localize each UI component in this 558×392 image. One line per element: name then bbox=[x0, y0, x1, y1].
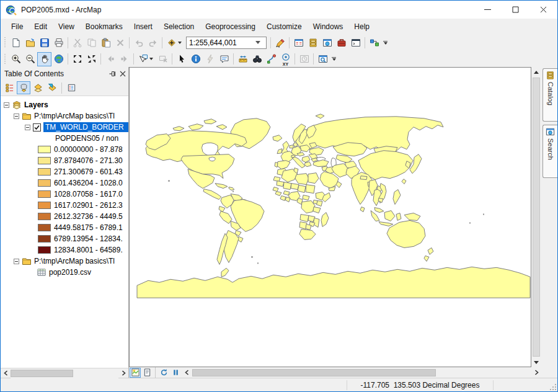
zoom-in-tool[interactable] bbox=[9, 52, 23, 66]
print-button[interactable] bbox=[51, 35, 66, 50]
map-vertical-scrollbar[interactable] bbox=[531, 67, 541, 367]
map-canvas[interactable] bbox=[129, 67, 531, 367]
tab-catalog[interactable]: Catalog bbox=[542, 68, 557, 122]
legend-swatch[interactable] bbox=[38, 168, 51, 176]
maximize-button[interactable] bbox=[502, 1, 529, 19]
new-document-button[interactable] bbox=[9, 35, 23, 50]
minimize-button[interactable] bbox=[474, 1, 502, 19]
menu-file[interactable]: File bbox=[6, 20, 29, 33]
list-by-drawing-order-button[interactable] bbox=[2, 81, 16, 94]
collapse-icon[interactable] bbox=[25, 125, 30, 130]
list-by-source-button[interactable] bbox=[17, 81, 30, 94]
map-scroll-right-button[interactable] bbox=[531, 368, 541, 378]
identify-tool[interactable] bbox=[188, 52, 203, 66]
menu-windows[interactable]: Windows bbox=[308, 20, 349, 33]
search-window-button[interactable] bbox=[320, 35, 334, 50]
tools-overflow-button[interactable] bbox=[330, 52, 338, 66]
menu-view[interactable]: View bbox=[53, 20, 80, 33]
fixed-zoom-in-tool[interactable] bbox=[70, 52, 84, 66]
menu-customize[interactable]: Customize bbox=[261, 20, 308, 33]
pan-tool[interactable] bbox=[37, 52, 51, 66]
scroll-right-button[interactable] bbox=[118, 368, 128, 378]
python-window-button[interactable] bbox=[348, 35, 363, 50]
menu-insert[interactable]: Insert bbox=[128, 20, 158, 33]
modelbuilder-button[interactable] bbox=[367, 35, 381, 50]
menu-bookmarks[interactable]: Bookmarks bbox=[80, 20, 128, 33]
table-of-contents-window-button[interactable] bbox=[291, 35, 306, 50]
legend-swatch[interactable] bbox=[38, 146, 51, 153]
close-button[interactable] bbox=[529, 1, 557, 19]
legend-swatch[interactable] bbox=[38, 224, 51, 231]
catalog-icon bbox=[308, 38, 318, 48]
toc-close-icon[interactable] bbox=[120, 71, 126, 77]
save-button[interactable] bbox=[37, 35, 51, 50]
pause-drawing-button[interactable] bbox=[170, 368, 181, 378]
viewer-window-tool[interactable] bbox=[316, 52, 330, 66]
pin-icon[interactable] bbox=[108, 70, 116, 78]
clear-selection-icon bbox=[158, 54, 168, 64]
back-arrow-icon bbox=[105, 54, 115, 64]
map-horizontal-scrollbar[interactable] bbox=[192, 368, 531, 378]
tree-item-group2[interactable]: P:\tmp\ArcMap basics\Tl bbox=[1, 256, 128, 267]
toolbar-grip-2[interactable] bbox=[4, 54, 7, 65]
full-extent-tool[interactable] bbox=[51, 52, 66, 66]
legend-swatch[interactable] bbox=[38, 213, 51, 220]
tab-search[interactable]: Search bbox=[542, 125, 557, 178]
arctoolbox-button[interactable] bbox=[334, 35, 348, 50]
select-features-tool[interactable] bbox=[136, 52, 156, 66]
scroll-down-button[interactable] bbox=[531, 357, 541, 367]
add-data-button[interactable] bbox=[164, 35, 184, 50]
find-route-tool[interactable] bbox=[264, 52, 278, 66]
select-elements-tool[interactable] bbox=[174, 52, 188, 66]
menu-edit[interactable]: Edit bbox=[29, 20, 53, 33]
editor-toolbar-button[interactable] bbox=[273, 35, 287, 50]
menu-geoprocessing[interactable]: Geoprocessing bbox=[200, 20, 261, 33]
scroll-left-button[interactable] bbox=[1, 368, 11, 378]
legend-swatch[interactable] bbox=[38, 157, 51, 164]
legend-swatch[interactable] bbox=[38, 246, 51, 254]
toolbar-overflow-button[interactable] bbox=[381, 36, 389, 50]
legend-swatch[interactable] bbox=[38, 179, 51, 187]
toc-options-button[interactable] bbox=[64, 81, 78, 94]
collapse-icon[interactable] bbox=[14, 259, 19, 264]
legend-swatch[interactable] bbox=[38, 235, 51, 243]
country-portugal bbox=[275, 163, 278, 167]
scroll-up-button[interactable] bbox=[531, 67, 541, 77]
legend-swatch[interactable] bbox=[38, 190, 51, 198]
scale-dropdown-button[interactable] bbox=[252, 37, 264, 48]
toolbar-grip[interactable] bbox=[4, 37, 7, 48]
zoom-out-tool[interactable] bbox=[23, 52, 37, 66]
list-by-selection-button[interactable] bbox=[45, 81, 59, 94]
collapse-icon[interactable] bbox=[4, 102, 9, 108]
chevron-up-icon bbox=[534, 71, 539, 74]
map-scroll-left-button[interactable] bbox=[182, 368, 192, 378]
paste-button[interactable] bbox=[99, 35, 113, 50]
tree-item-layer-tm-world[interactable]: TM_WORLD_BORDER bbox=[1, 122, 128, 133]
open-button[interactable] bbox=[23, 35, 37, 50]
layout-view-button[interactable] bbox=[141, 368, 153, 378]
data-view-button[interactable] bbox=[130, 368, 141, 378]
toc-horizontal-scrollbar[interactable] bbox=[1, 368, 128, 378]
legend-swatch[interactable] bbox=[38, 202, 51, 209]
resize-grip[interactable] bbox=[549, 383, 557, 391]
tree-item-group1[interactable]: P:\tmp\ArcMap basics\Tl bbox=[1, 110, 128, 122]
measure-tool[interactable] bbox=[236, 52, 250, 66]
catalog-window-button[interactable] bbox=[306, 35, 320, 50]
menu-selection[interactable]: Selection bbox=[158, 20, 200, 33]
fixed-zoom-out-tool[interactable] bbox=[84, 52, 99, 66]
find-tool[interactable] bbox=[250, 52, 264, 66]
tree-item-layers[interactable]: Layers bbox=[1, 99, 128, 110]
go-to-xy-tool[interactable]: XY bbox=[278, 52, 293, 66]
collapse-icon[interactable] bbox=[14, 114, 19, 119]
tree-item-field[interactable]: POPDENS05 / non bbox=[1, 133, 128, 144]
layer-visibility-checkbox[interactable] bbox=[33, 123, 41, 131]
html-popup-tool[interactable] bbox=[217, 52, 231, 66]
catalog-icon bbox=[546, 71, 555, 80]
refresh-view-button[interactable] bbox=[158, 368, 169, 378]
crosshair-icon bbox=[281, 52, 291, 62]
tree-item-table-pop2019[interactable]: pop2019.csv bbox=[1, 267, 128, 278]
menu-help[interactable]: Help bbox=[348, 20, 375, 33]
scale-input[interactable] bbox=[187, 38, 252, 48]
list-by-visibility-button[interactable] bbox=[31, 81, 45, 94]
island-borneo bbox=[384, 211, 395, 221]
